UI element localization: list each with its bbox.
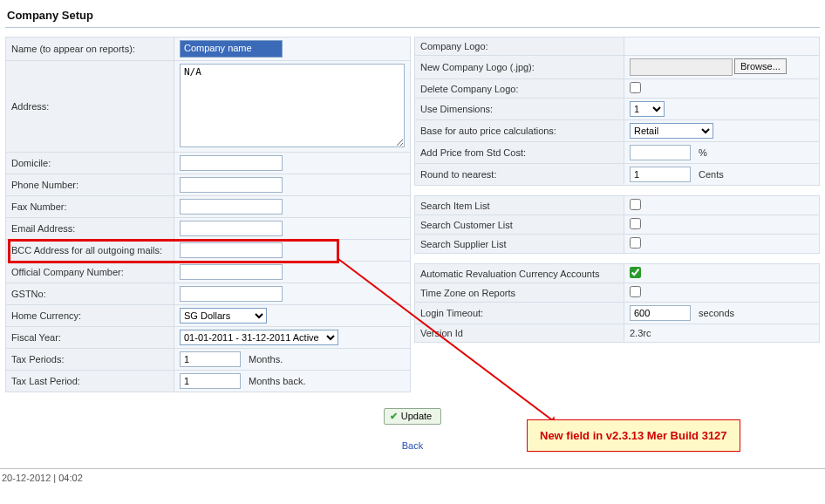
fiscal-select[interactable]: 01-01-2011 - 31-12-2011 Active [180, 330, 338, 345]
round-input[interactable] [630, 167, 691, 182]
dellogo-label: Delete Company Logo: [415, 79, 624, 99]
fax-label: Fax Number: [6, 196, 174, 218]
logo-file-input[interactable] [630, 58, 733, 76]
ver-label: Version Id [415, 324, 624, 343]
tz-checkbox[interactable] [630, 286, 641, 297]
name-label: Name (to appear on reports): [6, 37, 174, 61]
timeout-label: Login Timeout: [415, 303, 624, 324]
taxlp-unit: Months back. [249, 376, 305, 386]
round-label: Round to nearest: [415, 164, 624, 186]
ver-value: 2.3rc [624, 324, 820, 343]
phone-input[interactable] [180, 177, 283, 193]
autorev-label: Automatic Revaluation Currency Accounts [415, 264, 624, 283]
timeout-input[interactable] [630, 305, 691, 321]
logo-label: Company Logo: [415, 37, 624, 56]
sitem-label: Search Item List [415, 196, 624, 215]
base-select[interactable]: Retail [630, 123, 713, 139]
email-label: Email Address: [6, 218, 174, 240]
taxp-unit: Months. [249, 354, 283, 364]
taxp-input[interactable] [180, 351, 241, 367]
coynum-input[interactable] [180, 264, 283, 280]
addprice-unit: % [699, 147, 707, 158]
gst-label: GSTNo: [6, 283, 174, 305]
sitem-checkbox[interactable] [630, 199, 641, 210]
taxp-label: Tax Periods: [6, 349, 174, 371]
curr-label: Home Currency: [6, 305, 174, 327]
currency-select[interactable]: SG Dollars [180, 308, 267, 324]
domicile-label: Domicile: [6, 153, 174, 174]
phone-label: Phone Number: [6, 174, 174, 196]
scust-checkbox[interactable] [630, 218, 641, 229]
bcc-input[interactable] [180, 242, 283, 258]
coynum-label: Official Company Number: [6, 262, 174, 283]
round-unit: Cents [699, 169, 724, 180]
gst-input[interactable] [180, 286, 283, 302]
address-textarea[interactable]: N/A [180, 64, 405, 147]
taxlp-label: Tax Last Period: [6, 371, 174, 392]
right-form: Company Logo: New Company Logo (.jpg): B… [414, 37, 820, 343]
dellogo-checkbox[interactable] [630, 82, 641, 93]
newlogo-label: New Company Logo (.jpg): [415, 56, 624, 79]
left-form: Name (to appear on reports): Company nam… [5, 37, 411, 392]
scust-label: Search Customer List [415, 215, 624, 235]
annotation-callout: New field in v2.3.13 Mer Build 3127 [527, 419, 740, 452]
ssupp-checkbox[interactable] [630, 237, 641, 249]
fiscal-label: Fiscal Year: [6, 327, 174, 349]
update-label: Update [401, 411, 432, 421]
address-label: Address: [6, 61, 174, 153]
addprice-input[interactable] [630, 145, 691, 160]
status-bar: 20-12-2012 | 04:02 [0, 468, 825, 487]
base-label: Base for auto price calculations: [415, 120, 624, 142]
logo-value [624, 37, 820, 56]
domicile-input[interactable] [180, 155, 283, 171]
browse-button[interactable]: Browse... [734, 58, 787, 74]
name-input[interactable]: Company name [180, 40, 283, 58]
addprice-label: Add Price from Std Cost: [415, 142, 624, 164]
timeout-unit: seconds [699, 308, 734, 318]
dims-label: Use Dimensions: [415, 99, 624, 120]
autorev-checkbox[interactable] [630, 267, 641, 278]
taxlp-input[interactable] [180, 373, 241, 389]
bcc-label: BCC Address for all outgoing mails: [6, 240, 174, 262]
tz-label: Time Zone on Reports [415, 283, 624, 303]
fax-input[interactable] [180, 199, 283, 215]
email-input[interactable] [180, 221, 283, 236]
dims-select[interactable]: 1 [630, 101, 665, 117]
check-icon: ✔ [390, 411, 398, 421]
update-button[interactable]: ✔Update [384, 408, 441, 425]
page-title: Company Setup [5, 7, 820, 28]
ssupp-label: Search Supplier List [415, 235, 624, 254]
